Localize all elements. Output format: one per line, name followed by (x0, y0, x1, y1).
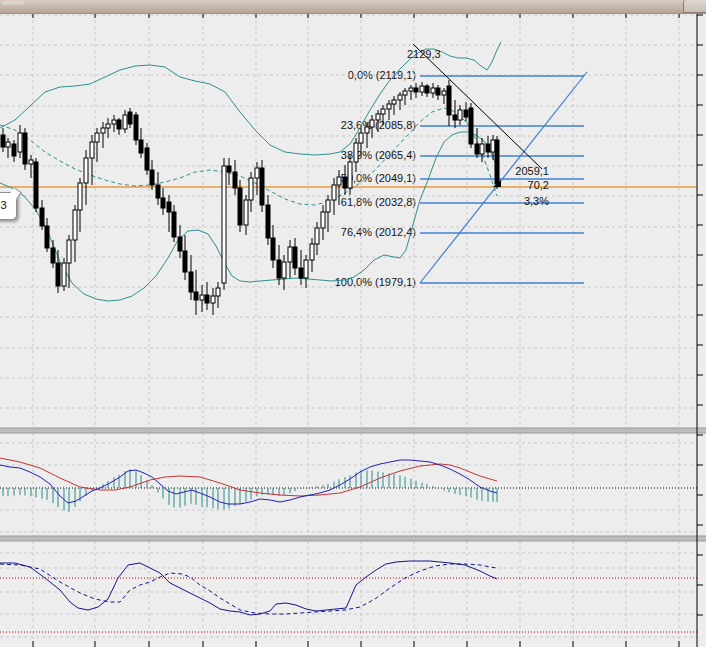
fib-channel-diagonal[interactable] (420, 72, 587, 283)
stochastic-signal-line (0, 564, 497, 614)
candle (354, 143, 358, 162)
candle (238, 188, 242, 225)
candle (260, 168, 264, 205)
candle (139, 140, 143, 153)
candle (486, 144, 490, 152)
candle (453, 115, 457, 120)
candle (211, 296, 215, 303)
candle (78, 183, 82, 210)
candle (40, 208, 44, 226)
candle (315, 228, 319, 244)
candle (183, 251, 187, 272)
candle (73, 210, 77, 240)
candle (34, 162, 38, 208)
price-callout[interactable]: 3 (0, 192, 17, 220)
candle (293, 247, 297, 268)
chart-canvas[interactable] (0, 0, 706, 647)
candle (150, 170, 154, 185)
candle (442, 91, 446, 95)
candle (387, 104, 391, 109)
candle (398, 95, 402, 100)
candle (458, 110, 462, 120)
candle (337, 177, 341, 185)
candle (447, 86, 451, 115)
candle (359, 133, 363, 143)
titlebar-glint (2, 1, 24, 5)
candle (167, 202, 171, 212)
candle (288, 247, 292, 262)
candle (255, 168, 259, 178)
candle (6, 142, 10, 147)
candle (332, 185, 336, 200)
candle (277, 260, 281, 278)
candle (67, 240, 71, 263)
candle (436, 88, 440, 95)
candle (304, 260, 308, 278)
candle (469, 108, 473, 144)
candle (145, 148, 149, 170)
candle (227, 166, 231, 172)
candle (381, 109, 385, 114)
candle (1, 135, 5, 147)
candle (271, 238, 275, 260)
candle (112, 120, 116, 124)
candle (282, 262, 286, 278)
callout-text: 3 (0, 199, 6, 211)
candle (45, 226, 49, 248)
candle (475, 144, 479, 154)
panel-splitter[interactable] (0, 536, 706, 541)
candle (62, 263, 66, 286)
candle (134, 115, 138, 140)
candle (178, 237, 182, 251)
candle (310, 244, 314, 260)
candle (480, 144, 484, 154)
window-titlebar[interactable] (0, 0, 706, 14)
bollinger-upper-band (0, 42, 501, 155)
candle (189, 272, 193, 292)
candle (56, 263, 60, 286)
candle (216, 288, 220, 296)
candle (90, 142, 94, 158)
candle (123, 115, 127, 129)
candle (12, 144, 16, 156)
trading-chart-window: 0,0% (2119,1)23,6% (2085,8)38,2% (2065,4… (0, 0, 706, 647)
candle (23, 133, 27, 164)
candle (156, 185, 160, 198)
candle (464, 110, 468, 117)
candle (420, 86, 424, 92)
candle (495, 140, 499, 184)
candle (249, 178, 253, 200)
candle (414, 88, 418, 92)
candle (101, 128, 105, 133)
candle (409, 88, 413, 91)
candle (172, 212, 176, 237)
candle (491, 140, 495, 152)
candle (233, 172, 237, 188)
stochastic-main-line (0, 561, 497, 615)
candle (299, 268, 303, 278)
candle (348, 162, 352, 188)
candle (51, 248, 55, 263)
window-restore-button[interactable] (683, 0, 706, 13)
candle (376, 114, 380, 120)
candle (321, 212, 325, 228)
candle (222, 166, 226, 283)
candle (392, 100, 396, 104)
candle (117, 120, 121, 129)
candle (326, 200, 330, 212)
candle (365, 127, 369, 133)
candle (244, 200, 248, 225)
candle (161, 198, 165, 208)
candle (205, 295, 209, 303)
candle (425, 86, 429, 93)
panel-splitter[interactable] (0, 428, 706, 433)
candle (29, 160, 33, 164)
candle (194, 292, 198, 300)
candle (403, 91, 407, 95)
candle (370, 120, 374, 127)
candle (343, 177, 347, 188)
candle (84, 158, 88, 183)
candle (266, 205, 270, 238)
candle (200, 295, 204, 300)
candle (106, 124, 110, 128)
